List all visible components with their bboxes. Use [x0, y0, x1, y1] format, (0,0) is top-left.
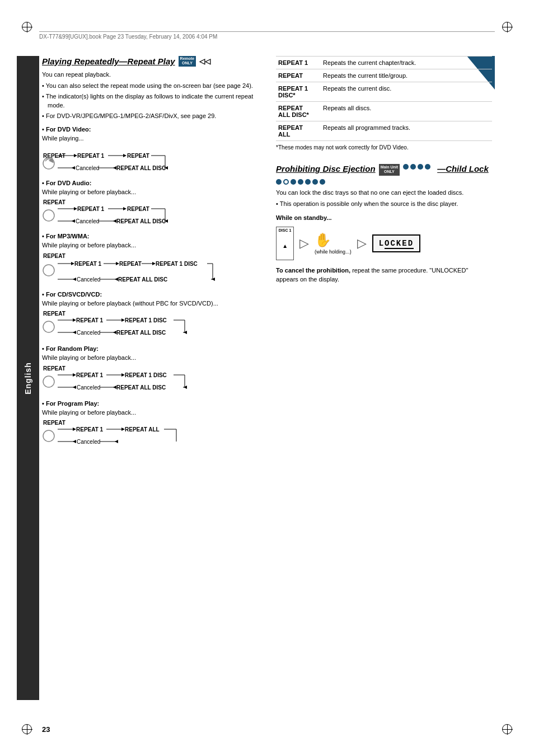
dvd-video-diagram: REPEAT REPEAT 1 [42, 145, 216, 172]
svg-text:REPEAT: REPEAT [43, 365, 65, 372]
svg-text:REPEAT: REPEAT [119, 261, 142, 267]
page-number: 23 [42, 725, 50, 734]
random-play-heading: • For Random Play: [42, 345, 258, 352]
child-lock-intro: You can lock the disc trays so that no o… [276, 188, 492, 198]
svg-text:REPEAT 1: REPEAT 1 [77, 206, 105, 212]
cancel-prohibition-text: To cancel the prohibition, repeat the sa… [276, 266, 492, 284]
remote-only-badge: RemoteONLY [179, 56, 196, 67]
table-row-repeatall: REPEATALL Repeats all programmed tracks. [276, 121, 492, 141]
svg-text:REPEAT: REPEAT [43, 420, 65, 426]
dot-2 [410, 164, 416, 170]
svg-text:REPEAT ALL DISC: REPEAT ALL DISC [118, 276, 167, 283]
repeat1disc-value: Repeats the current disc. [321, 82, 492, 102]
intro-text: You can repeat playback. [42, 70, 258, 79]
random-diagram: REPEAT REPEAT 1 REPEAT 1 DISC Canceled R… [42, 365, 216, 393]
left-column: Playing Repeatedly—Repeat Play RemoteONL… [42, 56, 258, 453]
eject-triangle-up: ▲ [282, 243, 288, 249]
repeat-key: REPEAT [276, 69, 321, 82]
table-row-repeat1disc: REPEAT 1DISC* Repeats the current disc. [276, 82, 492, 102]
sidebar: English [17, 56, 39, 700]
standby-diagram: DISC 1 ▲ ▷ ✋ (while holding...) ▷ LOCKED [276, 227, 492, 260]
locked-text: L [379, 239, 385, 248]
program-diagram: REPEAT REPEAT 1 REPEAT ALL Canceled [42, 419, 216, 447]
mp3-wma-flow: REPEAT REPEAT 1 REPEAT REPEAT 1 DISC Can… [42, 252, 258, 285]
dvd-audio-sub: While playing or before playback... [42, 187, 258, 197]
bullet-2: The indicator(s) lights on the display a… [42, 92, 258, 110]
svg-point-14 [43, 210, 54, 221]
repeat1-key: REPEAT 1 [276, 57, 321, 69]
svg-text:Canceled: Canceled [77, 384, 100, 391]
svg-text:REPEAT ALL DISC: REPEAT ALL DISC [116, 330, 166, 336]
svg-text:REPEAT 1: REPEAT 1 [76, 426, 104, 433]
disc-tray-box: DISC 1 ▲ [276, 227, 294, 260]
dot-indicators-row1 [403, 164, 430, 170]
dot-hollow-1 [283, 179, 289, 185]
dot-9 [312, 179, 318, 185]
table-footnote: *These modes may not work correctly for … [276, 144, 492, 151]
dvd-video-heading: • For DVD Video: [42, 126, 258, 133]
cd-svcd-vcd-heading: • For CD/SVCD/VCD: [42, 291, 258, 298]
dot-5 [276, 179, 282, 185]
svg-point-1 [43, 158, 54, 169]
svg-text:REPEAT: REPEAT [43, 311, 65, 317]
dvd-video-flow: REPEAT REPEAT 1 [42, 145, 258, 174]
hand-icon: ✋ [315, 232, 331, 247]
program-play-flow: REPEAT REPEAT 1 REPEAT ALL Canceled [42, 419, 258, 449]
right-arrow-icon: ▷ [299, 236, 309, 251]
while-holding-label: (while holding...) [315, 249, 352, 255]
program-play-sub: While playing or before playback... [42, 408, 258, 417]
sidebar-english-label: English [24, 362, 32, 395]
cd-svcd-vcd-sub: While playing or before playback (withou… [42, 299, 258, 308]
playing-section-title: Playing Repeatedly—Repeat Play RemoteONL… [42, 56, 258, 67]
dvd-audio-heading: • For DVD Audio: [42, 180, 258, 186]
corner-tl [22, 22, 32, 32]
dvd-audio-flow: REPEAT REPEAT 1 REPEAT Canceled REPEAT A… [42, 199, 258, 227]
svg-text:REPEAT ALL: REPEAT ALL [125, 426, 160, 433]
svg-text:REPEAT 1 DISC: REPEAT 1 DISC [156, 261, 198, 267]
repeat-value: Repeats the current title/group. [321, 69, 492, 82]
table-row-repeat1: REPEAT 1 Repeats the current chapter/tra… [276, 57, 492, 69]
finger-press-area: ✋ (while holding...) [315, 232, 352, 255]
dot-10 [320, 179, 325, 185]
right-column: REPEAT 1 Repeats the current chapter/tra… [276, 56, 492, 287]
svg-text:REPEAT: REPEAT [127, 153, 149, 159]
svg-text:REPEAT 1: REPEAT 1 [77, 153, 105, 159]
repeatalldisc-key: REPEATALL DISC* [276, 102, 321, 121]
sound-icon: ◁◁ [199, 57, 210, 65]
svg-point-68 [43, 430, 54, 442]
child-lock-subtitle: —Child Lock [437, 164, 489, 173]
main-unit-badge: Main UnitONLY [379, 164, 400, 176]
corner-bl [22, 724, 32, 734]
svg-text:REPEAT 1: REPEAT 1 [76, 372, 104, 378]
svg-text:REPEAT ALL DISC: REPEAT ALL DISC [116, 384, 166, 391]
svg-text:Canceled: Canceled [76, 218, 99, 224]
corner-br [502, 724, 512, 734]
locked-display: LOCKED [372, 234, 420, 252]
svg-text:Canceled: Canceled [77, 439, 100, 445]
dot-4 [425, 164, 430, 170]
main-content: Playing Repeatedly—Repeat Play RemoteONL… [42, 56, 492, 717]
file-info-text: DX-T77&99[UGUX].book Page 23 Tuesday, Fe… [39, 34, 217, 40]
repeat1disc-key: REPEAT 1DISC* [276, 82, 321, 102]
dot-1 [403, 164, 409, 170]
repeatall-key: REPEATALL [276, 121, 321, 141]
prohibiting-text: Prohibiting Disc Ejection [276, 164, 376, 173]
bullet-1: You can also select the repeat mode usin… [42, 81, 258, 91]
dot-8 [305, 179, 311, 185]
dot-6 [291, 179, 296, 185]
dvd-audio-diagram: REPEAT REPEAT 1 REPEAT Canceled REPEAT A… [42, 199, 216, 226]
playing-title-text: Playing Repeatedly—Repeat Play [42, 57, 175, 66]
cd-svcd-vcd-flow: REPEAT REPEAT 1 REPEAT 1 DISC Canceled R… [42, 310, 258, 340]
repeat1-value: Repeats the current chapter/track. [321, 57, 492, 69]
repeatall-value: Repeats all programmed tracks. [321, 121, 492, 141]
file-info-bar: DX-T77&99[UGUX].book Page 23 Tuesday, Fe… [39, 31, 495, 40]
mp3-wma-sub: While playing or before playback... [42, 241, 258, 250]
svg-text:REPEAT 1 DISC: REPEAT 1 DISC [125, 372, 167, 378]
mp3-wma-heading: • For MP3/WMA: [42, 233, 258, 240]
svg-text:REPEAT 1 DISC: REPEAT 1 DISC [125, 317, 167, 323]
dot-7 [298, 179, 303, 185]
svg-text:REPEAT: REPEAT [127, 206, 149, 212]
program-play-heading: • For Program Play: [42, 400, 258, 407]
dot-indicators-row2 [276, 179, 325, 185]
svg-point-55 [43, 376, 54, 387]
